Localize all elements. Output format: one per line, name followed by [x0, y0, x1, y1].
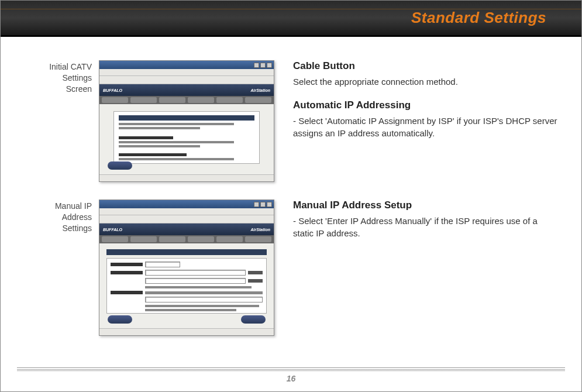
mock-panel	[113, 111, 260, 164]
brand-right: AirStation	[251, 228, 270, 232]
back-button-icon	[108, 315, 132, 324]
mock-window: BUFFALO AirStation	[99, 200, 274, 336]
mock-window: BUFFALO AirStation	[99, 60, 274, 182]
page-number: 16	[17, 374, 565, 383]
text-manual: - Select 'Enter IP Address Manually' if …	[293, 215, 559, 239]
text-cable: Select the appropriate connection method…	[293, 75, 559, 88]
header-title: Standard Settings	[411, 9, 546, 27]
mock-brandbar: BUFFALO AirStation	[99, 84, 274, 96]
row-catv: Initial CATV Settings Screen BUFFALO Air…	[17, 60, 565, 182]
caption-line: Address	[17, 212, 92, 223]
mock-body	[99, 104, 274, 174]
caption-line: Settings	[17, 223, 92, 234]
mock-menubar	[99, 208, 274, 215]
caption-line: Screen	[17, 84, 92, 95]
mock-statusbar	[99, 328, 274, 335]
back-button-icon	[108, 161, 132, 170]
screenshot-catv: BUFFALO AirStation	[99, 60, 274, 182]
caption-line: Manual IP	[17, 201, 92, 212]
caption-line: Initial CATV	[17, 61, 92, 73]
heading-manual: Manual IP Address Setup	[293, 200, 559, 211]
mock-statusbar	[99, 174, 274, 181]
heading-cable: Cable Button	[293, 60, 559, 72]
window-controls-icon	[254, 202, 272, 207]
brand-right: AirStation	[251, 88, 270, 92]
mock-tabs	[99, 235, 274, 243]
mock-form	[106, 258, 267, 314]
mock-toolbar	[99, 76, 274, 84]
mock-titlebar	[99, 61, 274, 69]
mock-titlebar	[99, 200, 274, 208]
screenshot-manual: BUFFALO AirStation	[99, 200, 274, 336]
page-header: Standard Settings	[1, 1, 581, 37]
caption-line: Settings	[17, 73, 92, 84]
heading-auto: Automatic IP Addressing	[293, 99, 559, 111]
page-footer: 16	[17, 367, 565, 383]
mock-brandbar: BUFFALO AirStation	[99, 223, 274, 235]
next-button-icon	[241, 315, 266, 324]
caption-manual: Manual IP Address Settings	[17, 200, 99, 336]
mock-tabs	[99, 96, 274, 104]
brand-left: BUFFALO	[103, 228, 122, 232]
row-manual: Manual IP Address Settings BUFFALO AirSt…	[17, 200, 565, 336]
window-controls-icon	[254, 63, 272, 68]
text-col-1: Cable Button Select the appropriate conn…	[274, 60, 565, 182]
caption-catv: Initial CATV Settings Screen	[17, 60, 99, 182]
mock-body	[99, 243, 274, 328]
brand-left: BUFFALO	[103, 88, 122, 92]
text-auto: - Select 'Automatic IP Assignment by ISP…	[293, 115, 559, 139]
text-col-2: Manual IP Address Setup - Select 'Enter …	[274, 200, 565, 336]
page-content: Initial CATV Settings Screen BUFFALO Air…	[1, 37, 581, 391]
mock-menubar	[99, 69, 274, 76]
mock-toolbar	[99, 215, 274, 223]
